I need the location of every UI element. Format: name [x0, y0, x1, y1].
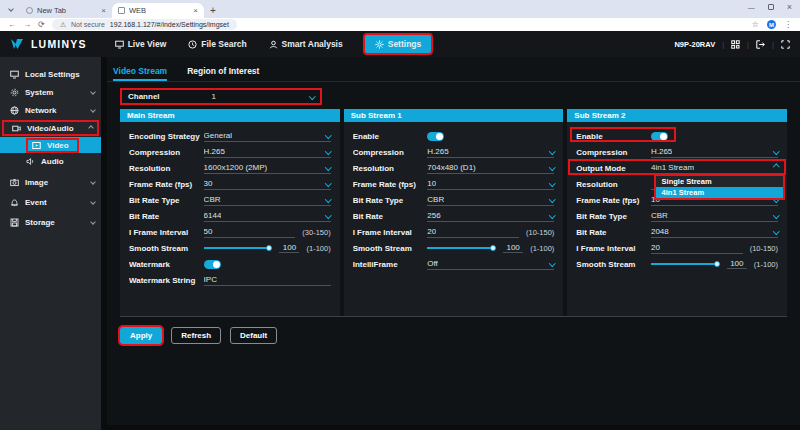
compression-select[interactable]: H.265: [204, 146, 331, 158]
slider-track[interactable]: [427, 247, 494, 249]
tab-region-of-interest[interactable]: Region of Interest: [187, 66, 259, 81]
tab-video-stream[interactable]: Video Stream: [113, 66, 167, 81]
separator: |: [747, 40, 749, 49]
chevron-up-icon: [88, 125, 94, 131]
slider-track[interactable]: [651, 263, 718, 265]
bit-rate-select[interactable]: 256: [427, 210, 554, 222]
output-mode-select[interactable]: 4in1 Stream: [651, 162, 778, 174]
browser-tab-newtab[interactable]: New Tab ×: [20, 3, 112, 18]
field-row: Resolution1600x1200 (2MP): [129, 160, 331, 176]
field-row: Encoding StrategyGeneral: [129, 128, 331, 144]
nav-label: Settings: [388, 39, 422, 49]
chevron-down-icon: [773, 148, 779, 154]
app-header: LUMINYS Live View File Search Smart Anal…: [0, 31, 800, 57]
window-close-icon[interactable]: ×: [787, 2, 792, 12]
channel-select[interactable]: Channel 1: [120, 88, 322, 105]
nav-settings[interactable]: Settings: [365, 35, 432, 53]
toggle-switch[interactable]: [651, 132, 668, 141]
tab-search-icon[interactable]: [6, 5, 16, 15]
intelliframe-select[interactable]: Off: [427, 258, 554, 270]
fullscreen-icon[interactable]: [781, 40, 790, 49]
tab-close-icon[interactable]: ×: [193, 6, 198, 15]
url-bar[interactable]: ⚠ Not secure 192.168.1.127/#/index/Setti…: [52, 19, 237, 30]
sidebar-item-system[interactable]: System: [0, 83, 101, 101]
chevron-up-icon: [773, 164, 779, 170]
toggle-switch[interactable]: [427, 132, 444, 141]
chevron-down-icon: [325, 164, 331, 170]
slider-track[interactable]: [204, 247, 271, 249]
nav-file-search[interactable]: File Search: [188, 39, 246, 49]
back-icon[interactable]: ←: [8, 20, 16, 29]
bit-rate-select[interactable]: 2048: [651, 226, 778, 238]
sidebar-item-storage[interactable]: Storage: [0, 213, 101, 231]
slider-knob[interactable]: [714, 261, 720, 267]
browser-tab-web[interactable]: WEB ×: [112, 3, 204, 18]
resolution-select[interactable]: 1600x1200 (2MP): [204, 162, 331, 174]
nav-label: Smart Analysis: [282, 39, 343, 49]
encoding-strategy-select[interactable]: General: [204, 130, 331, 142]
bookmark-star-icon[interactable]: ☆: [752, 20, 759, 29]
select-value: H.265: [204, 147, 225, 156]
field-label: Resolution: [576, 180, 651, 189]
dropdown-option[interactable]: 4in1 Stream: [656, 187, 783, 198]
i-frame-interval-input[interactable]: 50: [204, 226, 296, 238]
compression-select[interactable]: H.265: [427, 146, 554, 158]
nav-smart-analysis[interactable]: Smart Analysis: [269, 39, 343, 49]
frame-rate-fps-select[interactable]: 10: [427, 178, 554, 190]
slider-knob[interactable]: [266, 245, 272, 251]
select-value: 704x480 (D1): [427, 163, 475, 172]
reload-icon[interactable]: ⟳: [38, 20, 45, 29]
toggle-switch[interactable]: [204, 260, 221, 269]
i-frame-interval-input[interactable]: 20: [427, 226, 519, 238]
sidebar-item-local-settings[interactable]: Local Settings: [0, 65, 101, 83]
bit-rate-type-select[interactable]: CBR: [651, 210, 778, 222]
slider-value[interactable]: 100: [503, 243, 523, 253]
sidebar-item-video[interactable]: Video: [0, 137, 101, 153]
watermark-string-input[interactable]: IPC: [204, 274, 331, 286]
apply-button[interactable]: Apply: [120, 327, 162, 344]
qr-code-icon[interactable]: [731, 40, 740, 49]
slider-knob[interactable]: [490, 245, 496, 251]
nav-live-view[interactable]: Live View: [115, 39, 167, 49]
resolution-select[interactable]: 704x480 (D1): [427, 162, 554, 174]
slider-value[interactable]: 100: [279, 243, 299, 253]
sidebar-item-audio[interactable]: Audio: [0, 153, 101, 169]
sidebar-item-network[interactable]: Network: [0, 101, 101, 119]
browser-actions: ☆ M ⋮: [752, 20, 792, 29]
bit-rate-select[interactable]: 6144: [204, 210, 331, 222]
compression-select[interactable]: H.265: [651, 146, 778, 158]
logout-icon[interactable]: [756, 40, 765, 49]
frame-rate-fps-select[interactable]: 30: [204, 178, 331, 190]
default-button[interactable]: Default: [230, 327, 277, 344]
chevron-down-icon: [549, 164, 555, 170]
tab-close-icon[interactable]: ×: [101, 6, 106, 15]
sidebar-label: Storage: [25, 218, 55, 227]
browser-menu-icon[interactable]: ⋮: [784, 20, 792, 29]
output-mode-dropdown: Single Stream4in1 Stream: [654, 174, 785, 200]
forward-icon[interactable]: →: [23, 20, 31, 29]
range-hint: (30-150): [302, 228, 330, 237]
window-minimize-icon[interactable]: —: [748, 4, 755, 11]
luminys-logo-icon: [10, 38, 26, 50]
field-row: IntelliFrameOff: [353, 256, 555, 272]
bit-rate-type-select[interactable]: CBR: [204, 194, 331, 206]
column-sub-stream-1: Sub Stream 1 EnableCompressionH.265Resol…: [344, 109, 564, 316]
sidebar-item-video-audio[interactable]: Video/Audio: [2, 120, 99, 136]
sidebar-item-image[interactable]: Image: [0, 173, 101, 191]
tab-title: New Tab: [37, 6, 97, 15]
window-maximize-icon[interactable]: [768, 4, 774, 10]
bit-rate-type-select[interactable]: CBR: [427, 194, 554, 206]
dropdown-option[interactable]: Single Stream: [656, 176, 783, 187]
field-label: Resolution: [129, 164, 204, 173]
chevron-down-icon: [773, 212, 779, 218]
avatar[interactable]: M: [767, 20, 776, 29]
content: Video Stream Region of Interest Channel …: [107, 57, 800, 430]
i-frame-interval-input[interactable]: 20: [651, 242, 743, 254]
main-nav: Live View File Search Smart Analysis Set…: [115, 35, 432, 53]
refresh-button[interactable]: Refresh: [171, 327, 221, 344]
field-label: Watermark: [129, 260, 204, 269]
slider-value[interactable]: 100: [727, 259, 747, 269]
new-tab-button[interactable]: +: [210, 5, 216, 16]
sidebar-item-event[interactable]: Event: [0, 193, 101, 211]
channel-label: Channel: [128, 92, 160, 101]
